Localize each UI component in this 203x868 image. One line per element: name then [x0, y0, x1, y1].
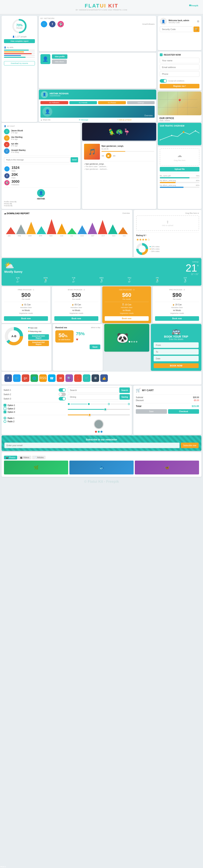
percent-value: 70% — [16, 24, 23, 27]
color-selector[interactable] — [94, 419, 104, 429]
register-phone-input[interactable] — [160, 71, 199, 77]
book-now-4[interactable]: Book now — [155, 316, 199, 321]
newsletter-button[interactable]: Subscribe now — [181, 443, 199, 448]
chat-title: 👤 MY CHAT — [4, 125, 78, 127]
share-me-icon[interactable]: ▲ Share Me — [41, 119, 78, 121]
prev-button[interactable]: ⏮ — [101, 154, 104, 157]
booking-button[interactable]: BOOK NOW — [154, 363, 199, 368]
playlist-item-3[interactable]: ♪ Njan gandarvan - Jacksom... — [84, 168, 154, 170]
checkbox-3[interactable]: ✓ Option 3 — [4, 410, 66, 413]
image-dots — [129, 341, 137, 343]
facebook-icon-box[interactable]: f — [4, 374, 12, 382]
rating-stars[interactable]: ★★★★☆ — [136, 238, 199, 242]
radio-2[interactable]: Radio 2 — [4, 420, 66, 423]
step-2 — [88, 403, 90, 405]
add-friend-icon[interactable]: + Add as a Friend — [117, 119, 155, 121]
cart-save-button[interactable]: Save — [136, 409, 167, 414]
download-pdf-button[interactable]: Download PDF Report — [28, 341, 49, 346]
upload-area[interactable]: ☁ Drag files here — [160, 148, 199, 166]
register-button[interactable]: Register me ! — [160, 84, 199, 88]
slider-track-2[interactable] — [68, 414, 130, 415]
download-chart-area — [4, 216, 130, 234]
music-progress-bar[interactable] — [101, 151, 154, 152]
skill-bar-5 — [4, 57, 35, 58]
pin-icon-box[interactable]: 📍 — [74, 374, 82, 382]
photo-thumb-1[interactable]: 🌿 Photo 1 — [4, 461, 68, 474]
search-button[interactable]: Search — [119, 388, 130, 393]
download-resume-button[interactable]: Download my resume — [4, 61, 35, 65]
search-icon-box[interactable]: 🔍 — [66, 374, 73, 382]
next-button[interactable]: ⏭ — [113, 154, 116, 157]
switch-2[interactable] — [59, 393, 66, 396]
googleplus-icon-box[interactable]: g+ — [22, 374, 29, 382]
security-input[interactable] — [160, 27, 193, 32]
facebook-network-icon[interactable]: f — [49, 21, 55, 27]
dining-input[interactable] — [68, 394, 119, 400]
color-dot-teal[interactable] — [98, 431, 100, 433]
book-now-2[interactable]: Book now — [54, 316, 98, 321]
booking-date-input[interactable] — [154, 356, 199, 361]
cart-icon-box[interactable]: 🛒 — [83, 374, 91, 382]
color-dot-blue[interactable] — [101, 431, 102, 433]
rss-icon-box[interactable]: RSS — [39, 374, 47, 382]
play-button[interactable]: ▶ — [106, 153, 111, 158]
booking-from-input[interactable] — [154, 342, 199, 348]
playlist-item-2[interactable]: ♪ The don's case - Jacksom... — [84, 165, 154, 167]
globe-icon-box[interactable]: 🌐 — [30, 374, 38, 382]
chat-input[interactable] — [4, 157, 70, 162]
svg-point-10 — [195, 130, 196, 131]
articles-tab[interactable]: 📄 Articles — [32, 456, 46, 459]
message-icon[interactable]: ✉ Message — [79, 119, 116, 121]
search-input[interactable] — [68, 388, 119, 393]
checkbox-2[interactable]: Option 2 — [4, 407, 66, 410]
media-section: 📷 Photos 🎬 Videos 📄 Articles 🌿 Photo 1 — [2, 452, 201, 477]
skill-bar-1 — [4, 50, 35, 51]
photo-thumb-3[interactable]: 🦋 Photo 3 — [135, 461, 199, 474]
dribbble-icon: ⚽ — [4, 180, 9, 185]
view-profile-button[interactable]: View profile — [52, 54, 68, 59]
chat-send-button[interactable]: Send — [71, 157, 78, 162]
newsletter-input[interactable] — [4, 443, 180, 448]
slider-thumb[interactable] — [104, 408, 107, 411]
download-doc-button[interactable]: Download DOC Report — [28, 334, 49, 340]
register-toggle[interactable] — [160, 79, 167, 83]
register-name-input[interactable] — [160, 58, 199, 63]
saving-button[interactable]: Saving — [120, 394, 130, 400]
switch-3[interactable] — [59, 397, 66, 401]
upload-button[interactable]: Upload file — [160, 167, 199, 172]
view-complete-report-button[interactable]: View complete report — [4, 39, 35, 43]
gear-icon[interactable]: ⚙ — [197, 20, 199, 23]
screen-icon-box[interactable]: 🖥 — [92, 374, 99, 382]
color-dot-red[interactable] — [95, 431, 97, 433]
security-search-button[interactable]: 🔍 — [194, 27, 199, 32]
photos-tab[interactable]: 📷 Photos — [4, 456, 17, 459]
step-line-2 — [91, 404, 107, 404]
booking-to-input[interactable] — [154, 349, 199, 354]
slider-thumb-2[interactable] — [88, 413, 91, 416]
dribbble-network-icon[interactable]: ⚽ — [57, 21, 64, 27]
switch-row-3: Switch 3 — [4, 397, 66, 401]
book-now-1[interactable]: Book now — [4, 316, 48, 321]
rating-upload-box[interactable]: ⬆ click to upload — [136, 215, 199, 231]
view-album-button[interactable]: View Album — [52, 60, 67, 64]
package-name-3: ADD PACKAGE - 3 — [105, 289, 149, 291]
radio-1[interactable]: Radio 1 — [4, 417, 66, 420]
skype-icon-box[interactable]: ☎ — [48, 374, 55, 382]
checkbox-1[interactable]: ✓ Option 1 — [4, 404, 66, 407]
switch-1[interactable] — [59, 388, 66, 392]
twitter-icon-box[interactable]: 🐦 — [13, 374, 21, 382]
slider-track[interactable] — [68, 409, 130, 410]
photo-thumb-2[interactable]: 🐟 Photo 2 — [69, 461, 134, 474]
twitter-network-icon[interactable]: 🐦 — [41, 21, 47, 27]
like-icon-box[interactable]: 👍 — [100, 374, 108, 382]
remind-save-button[interactable]: Save — [90, 344, 100, 349]
video-icon: 🎬 — [20, 457, 22, 459]
videos-tab[interactable]: 🎬 Videos — [18, 456, 31, 459]
twitter-stat: 🐦 1524 Stats — [4, 166, 78, 172]
book-now-3[interactable]: Book now — [105, 316, 149, 321]
package-name-2: BASIC PACKAGE - 2 — [54, 289, 98, 291]
register-email-input[interactable] — [160, 64, 199, 70]
mail-icon-box[interactable]: ✉ — [57, 374, 64, 382]
playlist-item-1[interactable]: ♪ Njan gandarvan_song1. — [84, 163, 154, 165]
cart-checkout-button[interactable]: Checkout — [168, 409, 199, 414]
